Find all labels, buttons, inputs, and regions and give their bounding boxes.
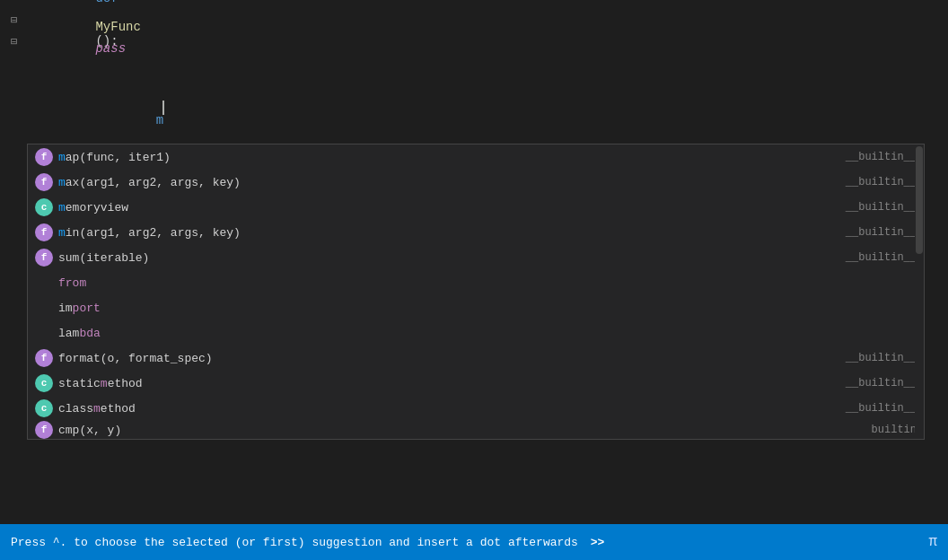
gutter-1: ⊟ [7, 13, 50, 27]
ac-item-memoryview[interactable]: c memoryview __builtin__ [28, 195, 924, 220]
autocomplete-dropdown[interactable]: f map(func, iter1) __builtin__ f max(arg… [27, 144, 925, 440]
ac-label-sum: sum(iterable) [58, 251, 838, 265]
ac-icon-func-min: f [35, 223, 53, 241]
gutter-2: ⊟ [7, 35, 50, 48]
code-line-2: ⊟ pass [0, 31, 948, 52]
status-bar: Press ^. to choose the selected (or firs… [0, 524, 948, 560]
indent-2 [95, 27, 126, 41]
ac-source-max: __builtin__ [846, 176, 917, 188]
ac-match-max: m [58, 176, 66, 189]
ac-item-import[interactable]: import [28, 295, 924, 320]
ac-label-min: min(arg1, arg2, args, key) [58, 226, 838, 240]
ac-match-min: m [58, 226, 66, 240]
ac-item-lambda[interactable]: lambda [28, 320, 924, 346]
ac-icon-class-staticmethod: c [35, 374, 53, 392]
ac-label-map: map(func, iter1) [58, 151, 838, 164]
ac-source-map: __builtin__ [846, 151, 917, 163]
arrow-icon: >> [591, 536, 605, 549]
autocomplete-scrollbar[interactable] [915, 144, 924, 439]
ac-item-from[interactable]: from [28, 270, 924, 295]
press-label: Press ^. to choose the selected (or firs… [11, 536, 578, 549]
cursor-line[interactable]: m [0, 117, 948, 138]
ac-icon-class-memoryview: c [35, 198, 53, 216]
ac-label-memoryview: memoryview [58, 201, 838, 214]
ac-match-map: m [58, 151, 66, 164]
ac-source-sum: __builtin__ [846, 251, 917, 264]
ac-label-classmethod: classmethod [58, 402, 838, 416]
ac-label-lambda: lambda [58, 327, 917, 340]
ac-item-min[interactable]: f min(arg1, arg2, args, key) __builtin__ [28, 220, 924, 245]
ac-icon-func-max: f [35, 173, 53, 191]
ac-source-min: __builtin__ [846, 226, 917, 239]
typed-m: m [156, 113, 163, 127]
ac-source-format: __builtin__ [846, 352, 917, 364]
ac-icon-func-format: f [35, 349, 53, 367]
ac-icon-func-map: f [35, 148, 53, 166]
ac-item-max[interactable]: f max(arg1, arg2, args, key) __builtin__ [28, 170, 924, 195]
code-content-2: pass [50, 13, 948, 70]
scrollbar-thumb[interactable] [916, 146, 923, 254]
ac-source-memoryview: __builtin__ [846, 201, 917, 214]
text-cursor [162, 101, 164, 115]
fold-icon-1[interactable]: ⊟ [11, 13, 17, 27]
ac-match-memoryview: m [58, 201, 66, 214]
ac-icon-func-sum: f [35, 249, 53, 267]
ac-item-format[interactable]: f format(o, format_spec) __builtin__ [28, 346, 924, 371]
ac-item-cmp[interactable]: f cmp(x, y) builtin [28, 421, 924, 439]
ac-label-max: max(arg1, arg2, args, key) [58, 176, 838, 189]
ac-label-staticmethod: staticmethod [58, 377, 838, 390]
pi-symbol: π [928, 534, 937, 550]
code-editor[interactable]: ⊟ def MyFunc (): ⊟ pass m [0, 0, 948, 147]
ac-item-staticmethod[interactable]: c staticmethod __builtin__ [28, 371, 924, 396]
ac-item-map[interactable]: f map(func, iter1) __builtin__ [28, 144, 924, 170]
ac-label-import: import [58, 302, 917, 315]
ac-source-cmp: builtin [872, 424, 917, 436]
ac-icon-class-classmethod: c [35, 399, 53, 417]
ac-item-classmethod[interactable]: c classmethod __builtin__ [28, 396, 924, 421]
ac-source-staticmethod: __builtin__ [846, 377, 917, 389]
ac-item-sum[interactable]: f sum(iterable) __builtin__ [28, 245, 924, 270]
ac-label-from: from [58, 276, 917, 290]
ac-label-cmp: cmp(x, y) [58, 424, 865, 437]
fold-icon-2: ⊟ [11, 35, 17, 48]
keyword-pass: pass [95, 41, 126, 56]
ac-label-format: format(o, format_spec) [58, 352, 838, 365]
ac-icon-func-cmp: f [35, 421, 53, 439]
status-hint-text: Press ^. to choose the selected (or firs… [11, 536, 928, 549]
ac-source-classmethod: __builtin__ [846, 402, 917, 415]
